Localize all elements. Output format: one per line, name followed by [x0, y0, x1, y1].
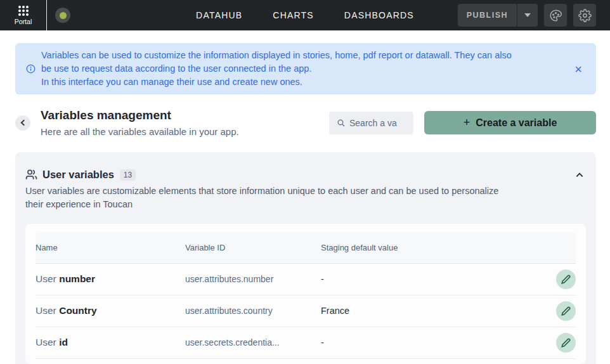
- edit-variable-button[interactable]: [556, 333, 576, 353]
- apps-grid-icon: [18, 6, 29, 16]
- column-header-variable-id: Variable ID: [185, 232, 321, 263]
- table-header-row: Name Variable ID Staging default value: [36, 232, 576, 263]
- variable-name: number: [59, 273, 95, 284]
- info-icon-wrap: [26, 64, 36, 74]
- back-button[interactable]: [15, 115, 30, 131]
- palette-icon: [549, 9, 562, 22]
- banner-line: be use to request data according to the …: [41, 62, 561, 75]
- variable-name: id: [59, 337, 68, 348]
- variable-id: user.attributes.number: [185, 274, 273, 284]
- publish-dropdown-button[interactable]: [517, 4, 538, 27]
- nav-tab-datahub[interactable]: DATAHUB: [196, 10, 242, 20]
- table-row: User id user.secrets.credentia... -: [36, 327, 576, 358]
- pencil-icon: [561, 306, 571, 316]
- count-badge: 13: [120, 169, 136, 181]
- collapse-section-button[interactable]: [574, 170, 585, 180]
- info-icon: [26, 64, 36, 74]
- staging-default-value: -: [321, 337, 324, 348]
- publish-button[interactable]: PUBLISH: [458, 4, 517, 27]
- edit-variable-button[interactable]: [556, 301, 576, 321]
- portal-label: Portal: [15, 18, 32, 25]
- create-variable-label: Create a variable: [476, 117, 557, 129]
- column-header-staging: Staging default value: [321, 232, 553, 263]
- section-description: User variables are customizable elements…: [25, 185, 517, 211]
- section-title: User variables: [42, 169, 114, 181]
- variables-table-container: Name Variable ID Staging default value U…: [25, 224, 586, 364]
- banner-close-button[interactable]: ×: [561, 63, 596, 75]
- variable-id: user.secrets.credentia...: [185, 337, 280, 348]
- column-header-name: Name: [36, 232, 185, 263]
- banner-line: Variables can be used to customize the i…: [41, 49, 561, 62]
- portal-menu[interactable]: Portal: [0, 0, 47, 30]
- main-nav: DATAHUB CHARTS DASHBOARDS: [196, 0, 414, 30]
- page-body: Variables can be used to customize the i…: [0, 30, 610, 364]
- search-input[interactable]: Search a va: [329, 112, 413, 134]
- nav-tab-dashboards[interactable]: DASHBOARDS: [344, 10, 414, 20]
- publish-button-group: PUBLISH: [458, 4, 538, 27]
- top-navbar: Portal DATAHUB CHARTS DASHBOARDS PUBLISH: [0, 0, 610, 30]
- chevron-up-icon: [574, 170, 585, 180]
- edit-variable-button[interactable]: [556, 270, 576, 289]
- page-title: Variables management: [41, 108, 239, 122]
- nav-tab-charts[interactable]: CHARTS: [273, 10, 314, 20]
- gear-icon: [578, 9, 592, 22]
- pencil-icon: [561, 275, 571, 284]
- theme-palette-button[interactable]: [544, 4, 567, 27]
- status-dot-icon: [60, 12, 67, 19]
- table-row: User number user.attributes.number -: [36, 263, 576, 295]
- variable-id: user.attributes.country: [185, 306, 273, 316]
- section-header: User variables 13: [25, 169, 586, 181]
- banner-text: Variables can be used to customize the i…: [41, 43, 561, 94]
- chevron-left-icon: [20, 120, 27, 126]
- plus-icon: +: [464, 116, 470, 129]
- variable-name-prefix: User: [36, 337, 56, 348]
- table-row: User Country user.attributes.country Fra…: [36, 295, 576, 327]
- variable-name: Country: [59, 305, 96, 316]
- user-variables-card: User variables 13 User variables are cus…: [15, 152, 596, 364]
- staging-default-value: -: [321, 274, 324, 284]
- users-icon: [25, 169, 37, 181]
- variable-name-prefix: User: [36, 273, 56, 284]
- settings-button[interactable]: [573, 4, 596, 27]
- search-icon: [337, 119, 345, 127]
- title-block: Variables management Here are all the va…: [41, 108, 239, 137]
- create-variable-button[interactable]: + Create a variable: [424, 111, 596, 134]
- variables-table: Name Variable ID Staging default value U…: [36, 232, 576, 359]
- search-placeholder: Search a va: [349, 118, 397, 128]
- info-banner: Variables can be used to customize the i…: [15, 43, 596, 94]
- pencil-icon: [561, 338, 571, 348]
- status-avatar[interactable]: [55, 8, 70, 23]
- navbar-actions: PUBLISH: [458, 4, 610, 27]
- page-subtitle: Here are all the variables available in …: [41, 126, 239, 137]
- staging-default-value: France: [321, 306, 349, 316]
- banner-line: In this interface you can manage their u…: [41, 75, 561, 89]
- variable-name-prefix: User: [36, 305, 56, 316]
- caret-down-icon: [524, 13, 531, 17]
- page-header: Variables management Here are all the va…: [15, 108, 596, 137]
